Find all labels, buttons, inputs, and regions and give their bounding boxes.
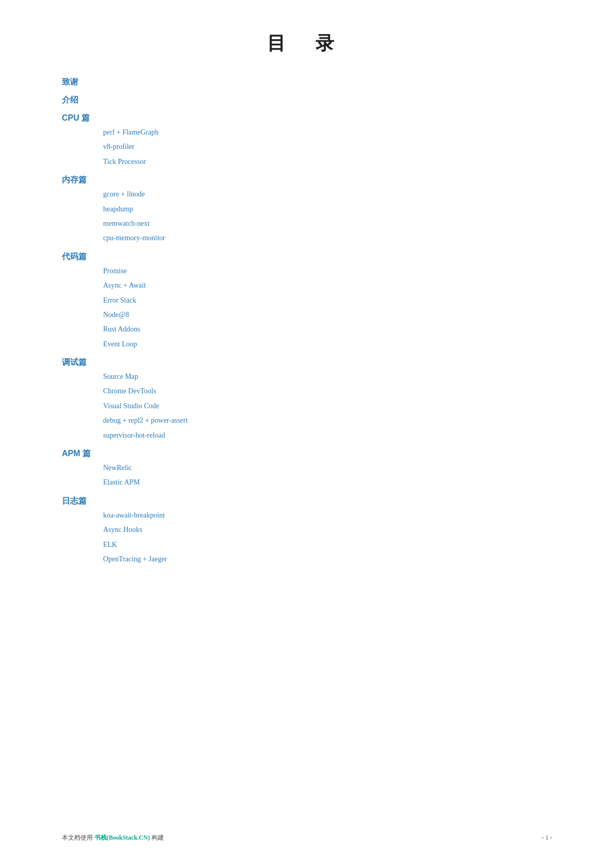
toc-section-code[interactable]: 代码篇 [62, 252, 552, 262]
toc-item-newrelic[interactable]: NewRelic [103, 462, 552, 474]
toc-item-async-await[interactable]: Async + Await [103, 280, 552, 291]
footer-suffix: 构建 [150, 834, 164, 841]
page-title: 目 录 [62, 31, 552, 56]
toc-item-rust-addons[interactable]: Rust Addons [103, 324, 552, 335]
toc-item-chrome-devtools[interactable]: Chrome DevTools [103, 386, 552, 397]
toc-item-async-hooks[interactable]: Async Hooks [103, 524, 552, 536]
toc-item-opentracing-jaeger[interactable]: OpenTracing + Jaeger [103, 554, 552, 565]
footer: 本文档使用 书栈(BookStack.CN) 构建 - 1 - [62, 833, 552, 842]
toc-item-memwatch-next[interactable]: memwatch-next [103, 218, 552, 229]
footer-left: 本文档使用 书栈(BookStack.CN) 构建 [62, 833, 164, 842]
toc-item-gcore-llnode[interactable]: gcore + llnode [103, 189, 552, 200]
footer-brand[interactable]: 书栈(BookStack.CN) [94, 834, 150, 841]
toc-item-elastic-apm[interactable]: Elastic APM [103, 477, 552, 488]
toc-section-memory[interactable]: 内存篇 [62, 175, 552, 186]
toc-item-debug-repl2-power-assert[interactable]: debug + repl2 + power-assert [103, 415, 552, 426]
toc-item-error-stack[interactable]: Error Stack [103, 295, 552, 306]
toc-item-heapdump[interactable]: heapdump [103, 204, 552, 215]
toc-item-elk[interactable]: ELK [103, 539, 552, 550]
toc-item-promise[interactable]: Promise [103, 265, 552, 277]
toc-item-supervisor-hot-reload[interactable]: supervisor-hot-reload [103, 430, 552, 441]
toc-item-v8-profiler[interactable]: v8-profiler [103, 141, 552, 153]
toc-section-debug[interactable]: 调试篇 [62, 357, 552, 368]
footer-prefix: 本文档使用 [62, 834, 94, 841]
toc-section-cpu[interactable]: CPU 篇 [62, 113, 552, 124]
toc-item-tick-processor[interactable]: Tick Processor [103, 156, 552, 168]
toc-item-visual-studio-code[interactable]: Visual Studio Code [103, 400, 552, 412]
toc-container: 致谢 介绍 CPU 篇 perf + FlameGraph v8-profile… [62, 77, 552, 565]
toc-section-jieshao[interactable]: 介绍 [62, 95, 552, 106]
toc-item-source-map[interactable]: Source Map [103, 371, 552, 382]
toc-item-event-loop[interactable]: Event Loop [103, 339, 552, 350]
footer-page-number: - 1 - [542, 834, 552, 842]
toc-section-zhixie[interactable]: 致谢 [62, 77, 552, 88]
toc-item-cpu-memory-monitor[interactable]: cpu-memory-monitor [103, 232, 552, 244]
toc-item-perf-flamegraph[interactable]: perf + FlameGraph [103, 127, 552, 138]
toc-item-node8[interactable]: Node@8 [103, 309, 552, 321]
toc-item-koa-await-breakpoint[interactable]: koa-await-breakpoint [103, 510, 552, 521]
toc-section-apm[interactable]: APM 篇 [62, 448, 552, 459]
toc-section-log[interactable]: 日志篇 [62, 496, 552, 507]
